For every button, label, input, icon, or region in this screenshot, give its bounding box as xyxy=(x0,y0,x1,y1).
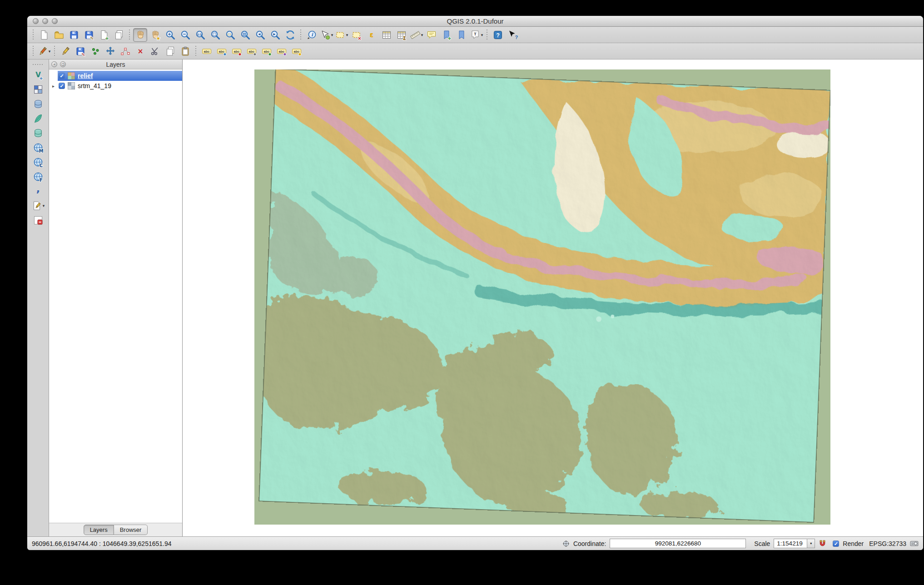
refresh-map[interactable] xyxy=(283,28,297,42)
render-checkbox[interactable]: ✓ xyxy=(833,540,839,547)
layer-expander-icon[interactable]: ▸ xyxy=(49,84,58,89)
toolbar-grip[interactable] xyxy=(33,64,44,65)
crs-status-icon[interactable] xyxy=(910,540,919,547)
zoom-to-layer[interactable]: ▤ xyxy=(238,28,252,42)
toolbar-grip[interactable] xyxy=(195,46,196,57)
add-wcs-layer[interactable]: C xyxy=(31,155,45,169)
move-label-icon: abc xyxy=(261,46,272,57)
change-label[interactable]: abc xyxy=(289,45,303,58)
run-feature-action[interactable]: ▾ xyxy=(319,28,333,42)
close-window-button[interactable] xyxy=(33,18,39,24)
zoom-in[interactable]: + xyxy=(163,28,177,42)
add-wms-layer[interactable]: M xyxy=(31,141,45,154)
toggle-editing[interactable] xyxy=(58,45,72,58)
text-annotation[interactable]: T▾ xyxy=(469,28,483,42)
zoom-native-resolution[interactable]: 1:1 xyxy=(193,28,207,42)
zoom-to-selection[interactable]: ▭ xyxy=(223,28,237,42)
crs-display[interactable]: EPSG:32733 xyxy=(869,540,906,547)
measure[interactable]: ▾ xyxy=(409,28,423,42)
layer-visibility-checkbox[interactable]: ✓ xyxy=(59,83,65,89)
zoom-next[interactable]: ▸ xyxy=(268,28,282,42)
cut-features[interactable] xyxy=(148,45,162,58)
minimize-window-button[interactable] xyxy=(42,18,48,24)
zoom-out[interactable]: − xyxy=(178,28,192,42)
panel-close-icon[interactable]: × xyxy=(51,61,57,67)
move-feature[interactable] xyxy=(103,45,117,58)
new-print-composer[interactable]: + xyxy=(97,28,111,42)
layer-row-srtm_41_19[interactable]: ▸✓srtm_41_19 xyxy=(49,81,182,91)
add-vector-layer[interactable]: V+ xyxy=(31,68,45,81)
show-hide-labels[interactable]: abc xyxy=(244,45,258,58)
add-delimited-text-layer[interactable]: , xyxy=(31,184,45,198)
layer-labeling-options[interactable]: abc xyxy=(199,45,214,58)
scale-combo[interactable]: 1:154219 ▾ xyxy=(774,539,815,548)
delete-selected[interactable]: × xyxy=(133,45,147,58)
map-canvas[interactable] xyxy=(183,59,923,536)
measure-dropdown-arrow[interactable]: ▾ xyxy=(421,33,423,37)
coordinate-input[interactable] xyxy=(610,539,746,548)
add-postgis-layer[interactable] xyxy=(31,97,45,110)
window-titlebar[interactable]: QGIS 2.0.1-Dufour xyxy=(27,16,923,27)
add-raster-layer[interactable] xyxy=(31,83,45,96)
panel-tab-browser[interactable]: Browser xyxy=(114,525,148,535)
new-shapefile-layer[interactable]: ▾ xyxy=(31,199,45,212)
new-bookmark[interactable]: + xyxy=(439,28,453,42)
map-tips[interactable] xyxy=(424,28,438,42)
scale-dropdown-arrow[interactable]: ▾ xyxy=(807,539,815,548)
add-feature[interactable] xyxy=(88,45,102,58)
node-tool[interactable] xyxy=(118,45,132,58)
save-project-as[interactable]: ✎ xyxy=(82,28,96,42)
pan-map[interactable] xyxy=(133,28,147,42)
save-layer-edits[interactable]: ✎ xyxy=(73,45,87,58)
identify-features[interactable]: i xyxy=(304,28,318,42)
panel-tab-layers[interactable]: Layers xyxy=(84,525,114,535)
move-label[interactable]: abc xyxy=(259,45,273,58)
layer-visibility-checkbox[interactable]: ✓ xyxy=(59,73,65,79)
current-edits-dropdown-arrow[interactable]: ▾ xyxy=(49,49,51,54)
remove-layer[interactable] xyxy=(31,213,45,227)
zoom-last[interactable]: ◂ xyxy=(253,28,267,42)
panel-float-icon[interactable]: ◻ xyxy=(60,61,66,67)
open-project[interactable] xyxy=(52,28,66,42)
open-attribute-table[interactable] xyxy=(379,28,393,42)
toolbar-grip[interactable] xyxy=(129,30,130,40)
zoom-full[interactable]: □ xyxy=(208,28,222,42)
toolbar-grip[interactable] xyxy=(300,30,301,40)
save-project[interactable] xyxy=(67,28,81,42)
select-features-dropdown-arrow[interactable]: ▾ xyxy=(346,33,348,37)
copy-features[interactable] xyxy=(163,45,177,58)
whats-this[interactable]: ? xyxy=(506,28,520,42)
paste-features[interactable] xyxy=(178,45,192,58)
pin-unpin-labels[interactable]: abc xyxy=(229,45,243,58)
deselect-all[interactable]: × xyxy=(349,28,363,42)
gray-raster-thumbnail xyxy=(68,82,75,89)
select-features[interactable]: ▾ xyxy=(334,28,348,42)
rotate-label[interactable]: abc xyxy=(274,45,288,58)
toolbar-grip[interactable] xyxy=(33,30,34,40)
show-bookmarks[interactable] xyxy=(454,28,468,42)
toolbar-grip[interactable] xyxy=(33,46,34,57)
toolbar-grip[interactable] xyxy=(54,46,55,57)
toolbar-grip[interactable] xyxy=(487,30,487,40)
layer-row-relief[interactable]: ✓relief xyxy=(49,71,182,81)
add-mssql-layer[interactable] xyxy=(31,126,45,139)
change-label-properties[interactable]: abc xyxy=(214,45,229,58)
svg-text:abc: abc xyxy=(233,49,239,53)
text-annotation-dropdown-arrow[interactable]: ▾ xyxy=(481,33,483,37)
new-project[interactable] xyxy=(37,28,51,42)
add-spatialite-layer-icon xyxy=(33,113,44,124)
pan-to-selection[interactable]: ★ xyxy=(148,28,162,42)
new-shapefile-layer-dropdown-arrow[interactable]: ▾ xyxy=(43,203,45,208)
field-calculator[interactable]: Σ xyxy=(394,28,408,42)
mouse-position-icon[interactable] xyxy=(562,540,570,547)
magnet-icon[interactable] xyxy=(819,540,826,547)
composer-manager[interactable] xyxy=(112,28,126,42)
add-wfs-layer[interactable]: F xyxy=(31,170,45,183)
run-feature-action-dropdown-arrow[interactable]: ▾ xyxy=(331,33,333,37)
help-contents[interactable]: ? xyxy=(491,28,505,42)
zoom-window-button[interactable] xyxy=(52,18,58,24)
layers-panel-header[interactable]: × ◻ Layers xyxy=(49,59,182,69)
add-spatialite-layer[interactable] xyxy=(31,112,45,125)
select-by-expression[interactable]: ε xyxy=(364,28,378,42)
current-edits[interactable]: ▾ xyxy=(37,45,51,58)
